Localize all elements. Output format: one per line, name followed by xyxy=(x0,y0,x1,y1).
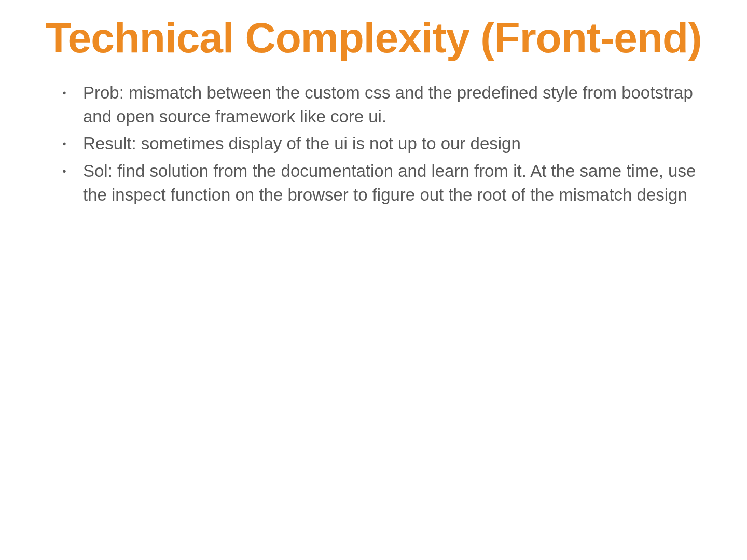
bullet-list: Prob: mismatch between the custom css an… xyxy=(36,81,711,207)
slide: Technical Complexity (Front-end) Prob: m… xyxy=(0,0,747,560)
list-item: Sol: find solution from the documentatio… xyxy=(62,159,711,207)
list-item: Prob: mismatch between the custom css an… xyxy=(62,81,711,129)
slide-title: Technical Complexity (Front-end) xyxy=(36,16,711,60)
list-item: Result: sometimes display of the ui is n… xyxy=(62,132,711,156)
